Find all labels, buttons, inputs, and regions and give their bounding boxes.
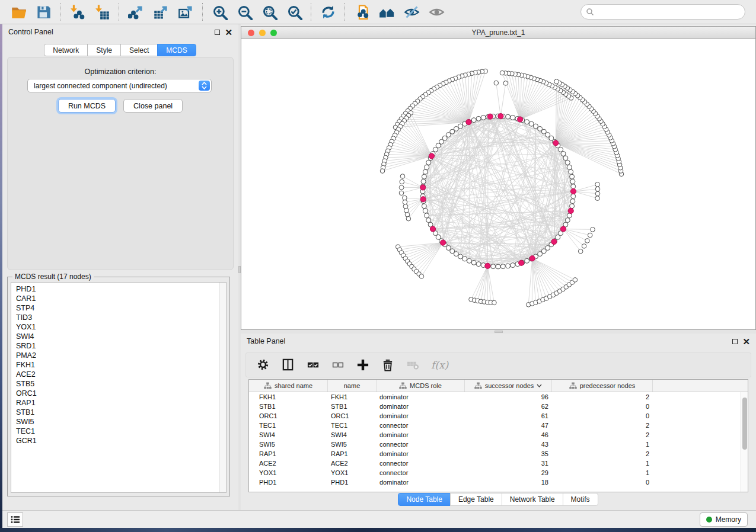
close-window-icon[interactable]	[248, 30, 254, 36]
import-table-icon	[94, 4, 110, 20]
mcds-node-item[interactable]: YOX1	[11, 322, 226, 332]
refresh-layout-icon	[320, 4, 336, 20]
table-row[interactable]: STB1STB1dominator620	[249, 402, 748, 411]
cell-MCDS-role: connector	[377, 422, 465, 429]
horizontal-splitter-handle[interactable]	[495, 331, 503, 333]
import-table-button[interactable]	[90, 1, 114, 23]
export-network-button[interactable]	[123, 1, 148, 23]
mcds-node-item[interactable]: TEC1	[11, 427, 226, 436]
delete-entry-button[interactable]	[381, 356, 394, 374]
memory-button[interactable]: Memory	[700, 512, 748, 527]
column-header-successor-nodes[interactable]: successor nodes	[465, 380, 552, 392]
table-row[interactable]: RAP1RAP1dominator352	[249, 449, 748, 459]
column-header-predecessor-nodes[interactable]: predecessor nodes	[552, 380, 653, 392]
export-table-button[interactable]	[148, 1, 173, 23]
cell-name: SWI4	[328, 431, 377, 438]
refresh-layout-button[interactable]	[315, 1, 340, 23]
mcds-node-item[interactable]: PMA2	[11, 351, 226, 360]
mcds-list-scrollbar[interactable]	[219, 283, 226, 492]
float-table-panel-icon[interactable]	[732, 339, 738, 344]
tab-mcds[interactable]: MCDS	[157, 44, 196, 56]
task-history-button[interactable]	[7, 512, 23, 527]
add-entry-button[interactable]	[356, 356, 369, 374]
first-neighbors-icon	[379, 4, 395, 20]
mcds-node-item[interactable]: ORC1	[11, 389, 226, 398]
table-panel: Table Panel ✕ f(x) shared namename MCDS …	[241, 334, 756, 510]
minimize-window-icon[interactable]	[259, 30, 266, 36]
column-header-MCDS-role[interactable]: MCDS role	[377, 380, 465, 392]
tab-select[interactable]: Select	[120, 44, 158, 56]
show-all-button[interactable]	[424, 1, 449, 23]
zoom-in-button[interactable]	[207, 1, 232, 23]
import-network-button[interactable]	[65, 1, 90, 23]
tab-style[interactable]: Style	[87, 44, 121, 56]
cell-shared-name: STB1	[249, 403, 328, 410]
float-panel-icon[interactable]	[215, 30, 220, 35]
mcds-node-item[interactable]: RAP1	[11, 398, 226, 408]
tab-node-table[interactable]: Node Table	[398, 493, 451, 506]
table-row[interactable]: FKH1FKH1dominator962	[249, 392, 748, 402]
select-all-button[interactable]	[307, 356, 320, 374]
hide-selected-button[interactable]	[399, 1, 424, 23]
zoom-out-button[interactable]	[232, 1, 257, 23]
cell-name: ACE2	[328, 460, 377, 467]
table-row[interactable]: TEC1TEC1connector472	[249, 421, 748, 430]
network-canvas[interactable]	[241, 39, 755, 329]
export-image-button[interactable]	[173, 1, 198, 23]
first-neighbors-button[interactable]	[374, 1, 399, 23]
run-mcds-button[interactable]: Run MCDS	[58, 99, 116, 113]
mcds-node-item[interactable]: FKH1	[11, 360, 226, 370]
cell-successor-nodes: 96	[465, 393, 552, 400]
criterion-select[interactable]: largest connected component (undirected)	[27, 79, 212, 92]
mcds-node-item[interactable]: CAR1	[11, 294, 226, 303]
column-header-shared-name[interactable]: shared name	[249, 380, 328, 392]
tab-edge-table[interactable]: Edge Table	[450, 493, 502, 506]
network-window: YPA_prune.txt_1	[241, 26, 756, 330]
search-box[interactable]	[580, 4, 745, 20]
network-graph[interactable]	[241, 39, 755, 329]
table-row[interactable]: SWI4SWI4dominator462	[249, 430, 748, 440]
mcds-node-item[interactable]: SWI5	[11, 417, 226, 427]
settings-button[interactable]	[257, 356, 270, 374]
cell-shared-name: RAP1	[249, 450, 328, 457]
table-scrollbar[interactable]	[741, 392, 748, 492]
table-row[interactable]: ACE2ACE2connector311	[249, 459, 748, 468]
table-row[interactable]: SWI5SWI5connector431	[249, 440, 748, 449]
mcds-node-item[interactable]: STP4	[11, 303, 226, 313]
mcds-node-item[interactable]: PHD1	[11, 284, 226, 294]
close-panel-icon[interactable]: ✕	[225, 28, 232, 37]
mcds-result-list[interactable]: PHD1CAR1STP4TID3YOX1SWI4SRD1PMA2FKH1ACE2…	[11, 282, 227, 493]
mcds-node-item[interactable]: GCR1	[11, 436, 226, 446]
mcds-node-item[interactable]: STB1	[11, 408, 226, 417]
close-panel-button[interactable]: Close panel	[123, 99, 183, 113]
table-row[interactable]: PHD1PHD1dominator180	[249, 477, 748, 487]
cell-successor-nodes: 61	[465, 412, 552, 419]
table-row[interactable]: ORC1ORC1dominator610	[249, 411, 748, 421]
cell-MCDS-role: dominator	[377, 412, 465, 419]
toolbar-separator	[344, 3, 345, 21]
show-columns-button[interactable]	[282, 356, 295, 374]
zoom-selected-button[interactable]	[282, 1, 307, 23]
mcds-node-item[interactable]: TID3	[11, 313, 226, 322]
deselect-all-button[interactable]	[331, 356, 344, 374]
mcds-node-item[interactable]: STB5	[11, 379, 226, 389]
memory-status-icon	[706, 517, 712, 523]
save-session-button[interactable]	[31, 1, 56, 23]
table-row[interactable]: YOX1YOX1connector291	[249, 468, 748, 477]
mcds-node-item[interactable]: ACE2	[11, 370, 226, 379]
search-input[interactable]	[594, 6, 745, 18]
tab-network[interactable]: Network	[44, 44, 88, 56]
maximize-window-icon[interactable]	[270, 30, 277, 36]
mcds-node-item[interactable]: SRD1	[11, 341, 226, 351]
open-file-button[interactable]	[6, 1, 31, 23]
node-table[interactable]: shared namename MCDS role successor node…	[248, 379, 748, 492]
zoom-fit-button[interactable]	[257, 1, 282, 23]
network-window-titlebar[interactable]: YPA_prune.txt_1	[241, 27, 755, 39]
tab-motifs[interactable]: Motifs	[563, 493, 598, 506]
column-header-name[interactable]: name	[328, 380, 377, 392]
tab-network-table[interactable]: Network Table	[502, 493, 563, 506]
close-table-panel-icon[interactable]: ✕	[742, 337, 750, 346]
mcds-node-item[interactable]: SWI4	[11, 332, 226, 341]
table-scrollbar-thumb[interactable]	[742, 398, 747, 450]
share-document-button[interactable]	[349, 1, 374, 23]
